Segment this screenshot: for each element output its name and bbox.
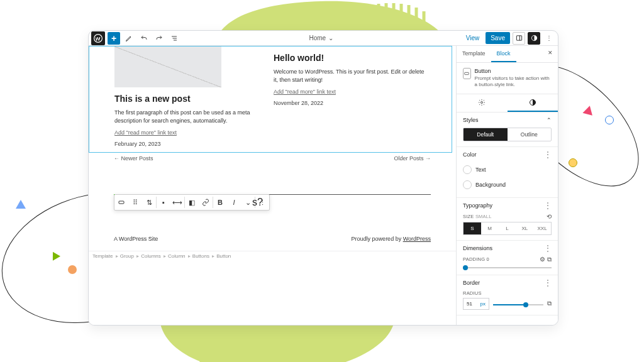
color-heading[interactable]: Color ⋮ xyxy=(457,147,558,162)
post-excerpt: Welcome to WordPress. This is your first… xyxy=(274,68,426,84)
editor-canvas[interactable]: This is a new post The first paragraph o… xyxy=(89,46,456,325)
more-icon[interactable]: ⋮ xyxy=(544,152,552,157)
dimensions-heading[interactable]: Dimensions ⋮ xyxy=(457,241,558,256)
block-summary: Prompt visitors to take action with a bu… xyxy=(475,75,552,89)
site-title[interactable]: A WordPress Site xyxy=(114,236,158,242)
decor-triangle-pink xyxy=(582,104,594,116)
color-section: Color ⋮ Text Background xyxy=(457,147,558,198)
size-m[interactable]: M xyxy=(481,222,499,234)
italic-icon[interactable]: I xyxy=(227,195,241,210)
block-type-icon[interactable] xyxy=(114,195,128,210)
more-icon[interactable]: ⋮ xyxy=(544,203,552,208)
list-view-icon[interactable] xyxy=(168,32,180,45)
border-heading[interactable]: Border ⋮ xyxy=(457,275,558,290)
chevron-up-icon: ⌃ xyxy=(547,117,552,123)
bold-icon[interactable]: B xyxy=(213,195,227,210)
block-name: Button xyxy=(475,68,552,74)
unlink-icon[interactable]: ⧉ xyxy=(547,256,552,263)
dimensions-section: Dimensions ⋮ PADDING 0 ⚙ ⧉ xyxy=(457,241,558,275)
justify-icon[interactable]: ⟷ xyxy=(170,195,184,210)
more-menu-icon[interactable]: ⋮ xyxy=(543,32,555,45)
add-block-button[interactable]: + xyxy=(108,32,120,45)
radius-slider[interactable] xyxy=(493,304,543,305)
post-title[interactable]: Hello world! xyxy=(274,53,426,63)
tab-template[interactable]: Template xyxy=(457,46,491,62)
size-l[interactable]: L xyxy=(499,222,516,234)
breadcrumb-item[interactable]: Template xyxy=(92,253,118,259)
editor-topbar: + Home ⌄ View Save ⋮ xyxy=(89,31,558,46)
breadcrumb-item[interactable]: Columns xyxy=(141,253,166,259)
save-button[interactable]: Save xyxy=(486,32,510,44)
styles-toggle-icon[interactable] xyxy=(528,32,540,45)
heading-fragment: s? xyxy=(252,197,263,208)
size-s[interactable]: S xyxy=(464,222,481,234)
typography-heading[interactable]: Typography ⋮ xyxy=(457,198,558,213)
move-icon[interactable]: ⇅ xyxy=(142,195,156,210)
style-picker[interactable]: Default Outline xyxy=(463,128,552,141)
separator xyxy=(267,194,431,195)
text-color-swatch[interactable] xyxy=(463,165,472,174)
newer-posts-link[interactable]: ← Newer Posts xyxy=(114,155,153,162)
styles-section: Styles ⌃ Default Outline xyxy=(457,112,558,147)
wordpress-link[interactable]: WordPress xyxy=(403,236,431,242)
bg-color-swatch[interactable] xyxy=(463,180,472,189)
drag-handle-icon[interactable]: ⠿ xyxy=(128,195,142,210)
decor-circle-blue xyxy=(605,116,614,124)
border-section: Border ⋮ RADIUS 51 px ⧉ xyxy=(457,275,558,315)
padding-slider[interactable] xyxy=(463,267,552,268)
tab-block[interactable]: Block xyxy=(491,46,516,62)
size-xl[interactable]: XL xyxy=(516,222,533,234)
view-link[interactable]: View xyxy=(462,33,484,43)
post-item: This is a new post The first paragraph o… xyxy=(114,47,267,147)
block-breadcrumb[interactable]: Template Group Columns Column Buttons Bu… xyxy=(89,251,456,261)
breadcrumb-item[interactable]: Buttons xyxy=(192,253,214,259)
settings-icon[interactable]: ⚙ xyxy=(540,256,545,263)
edit-icon[interactable] xyxy=(123,32,135,45)
more-icon[interactable]: ⋮ xyxy=(544,280,552,285)
cta-section: ⠿ ⇅ ▪ ⟷ ◧ B I ⌄ ⋮ s? xyxy=(114,194,431,206)
site-footer: A WordPress Site Proudly powered by Word… xyxy=(89,206,456,251)
redo-icon[interactable] xyxy=(153,32,165,45)
featured-image-placeholder[interactable] xyxy=(114,47,221,87)
width-icon[interactable]: ◧ xyxy=(185,195,199,210)
readmore-link[interactable]: Add "read more" link text xyxy=(114,129,177,136)
decor-circle-yellow xyxy=(569,158,577,167)
post-title[interactable]: This is a new post xyxy=(114,94,267,104)
color-text-row[interactable]: Text xyxy=(463,162,552,177)
more-icon[interactable]: ⋮ xyxy=(544,246,552,251)
sidebar-toggle-icon[interactable] xyxy=(513,32,525,45)
breadcrumb-item[interactable]: Column xyxy=(168,253,191,259)
style-default[interactable]: Default xyxy=(464,128,508,141)
subtab-settings-icon[interactable] xyxy=(457,94,508,112)
post-item: Hello world! Welcome to WordPress. This … xyxy=(274,47,426,147)
pagination: ← Newer Posts Older Posts → xyxy=(89,153,456,164)
size-picker[interactable]: S M L XL XXL xyxy=(463,222,552,235)
svg-rect-24 xyxy=(465,72,469,74)
styles-heading[interactable]: Styles ⌃ xyxy=(457,112,558,128)
page-selector[interactable]: Home ⌄ xyxy=(183,35,460,41)
custom-size-icon[interactable]: ⟲ xyxy=(547,213,552,220)
align-icon[interactable]: ▪ xyxy=(157,195,170,210)
undo-icon[interactable] xyxy=(138,32,150,45)
close-sidebar-icon[interactable]: ✕ xyxy=(543,46,558,62)
readmore-link[interactable]: Add "read more" link text xyxy=(274,89,336,95)
style-outline[interactable]: Outline xyxy=(508,128,552,141)
unlink-icon[interactable]: ⧉ xyxy=(547,300,552,307)
wp-logo-icon[interactable] xyxy=(91,31,105,45)
editor-window: + Home ⌄ View Save ⋮ xyxy=(88,30,558,326)
color-bg-row[interactable]: Background xyxy=(463,177,552,192)
radius-input[interactable]: 51 px xyxy=(463,298,489,310)
decor-triangle-green xyxy=(49,250,60,260)
breadcrumb-item[interactable]: Button xyxy=(216,253,232,259)
button-block-icon xyxy=(463,68,471,79)
older-posts-link[interactable]: Older Posts → xyxy=(394,155,431,162)
size-xxl[interactable]: XXL xyxy=(533,222,551,234)
breadcrumb-item[interactable]: Group xyxy=(120,253,139,259)
subtab-styles-icon[interactable] xyxy=(508,94,558,112)
post-date: November 28, 2022 xyxy=(274,100,426,106)
block-toolbar[interactable]: ⠿ ⇅ ▪ ⟷ ◧ B I ⌄ ⋮ xyxy=(114,194,270,211)
link-icon[interactable] xyxy=(199,195,213,210)
query-loop-block[interactable]: This is a new post The first paragraph o… xyxy=(89,46,452,153)
svg-rect-20 xyxy=(516,36,521,40)
decor-triangle-blue xyxy=(16,200,26,209)
